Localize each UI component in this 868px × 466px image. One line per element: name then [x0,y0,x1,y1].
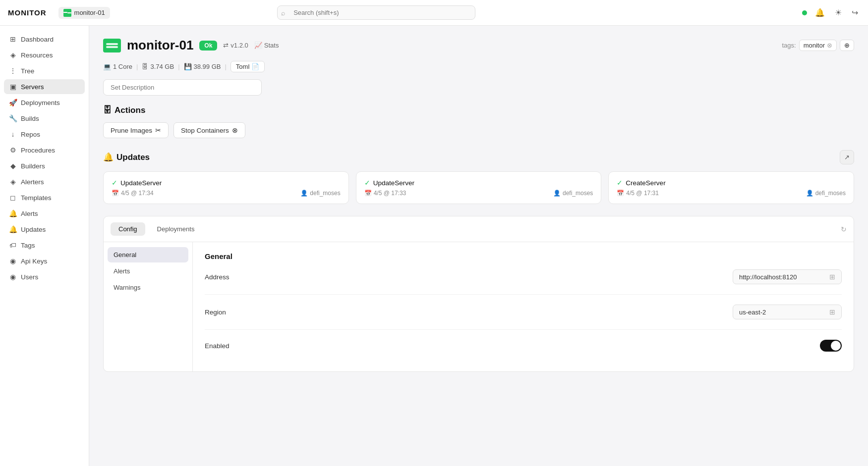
config-sidebar-general[interactable]: General [108,247,188,262]
update-user-0: 👤 defi_moses [300,190,340,197]
builds-icon: 🔧 [9,114,17,122]
topbar: MONITOR monitor-01 🔔 ☀ ↪ [0,0,868,26]
config-sidebar-warnings[interactable]: Warnings [108,280,188,295]
sidebar-item-repos[interactable]: ↓ Repos [4,127,85,142]
sidebar-item-deployments[interactable]: 🚀 Deployments [4,95,85,110]
repos-icon: ↓ [9,130,17,138]
actions-icon: 🗄 [103,105,112,115]
enabled-toggle[interactable] [820,340,842,352]
dashboard-icon: ⊞ [9,35,17,43]
toml-button[interactable]: Toml 📄 [231,61,265,72]
config-field-address: Address http://localhost:8120 ⊞ [205,269,842,295]
check-icon-2: ✓ [617,179,623,187]
sidebar-item-procedures[interactable]: ⚙ Procedures [4,143,85,157]
sidebar-item-tree[interactable]: ⋮ Tree [4,63,85,78]
updates-title: 🔔 Updates [103,152,840,162]
ram-info: 🗄 3.74 GB [142,63,174,70]
address-value: http://localhost:8120 ⊞ [733,269,842,284]
sidebar-item-updates[interactable]: 🔔 Updates [4,222,85,237]
sidebar-item-builds[interactable]: 🔧 Builds [4,111,85,126]
update-date-2: 📅 4/5 @ 17:31 [617,190,659,197]
prune-images-button[interactable]: Prune Images ✂ [103,122,169,138]
user-icon-1: 👤 [553,190,561,197]
enabled-label: Enabled [205,342,274,350]
update-card-0-meta: 📅 4/5 @ 17:34 👤 defi_moses [112,190,341,197]
sidebar-label-resources: Resources [21,52,53,59]
sidebar-label-procedures: Procedures [21,147,55,154]
update-user-val-2: defi_moses [815,190,846,197]
disk-value: 38.99 GB [194,63,221,70]
user-icon-2: 👤 [806,190,813,197]
description-input[interactable] [103,79,262,96]
sidebar-item-alerters[interactable]: ◈ Alerters [4,174,85,189]
toml-label: Toml [236,63,249,70]
api-keys-icon: ◉ [9,257,17,265]
tab-deployments[interactable]: Deployments [149,222,203,236]
tag-remove-icon[interactable]: ⊗ [827,42,832,49]
actions-title: 🗄 Actions [103,105,854,115]
updates-external-link[interactable]: ↗ [840,150,854,164]
sidebar-item-builders[interactable]: ◆ Builders [4,158,85,173]
tab-config[interactable]: Config [111,222,145,236]
update-card-2-title: ✓ CreateServer [617,179,846,187]
theme-toggle-button[interactable]: ☀ [833,6,844,19]
region-input[interactable]: us-east-2 ⊞ [733,305,842,319]
update-action-0: UpdateServer [120,179,162,187]
sidebar-item-api-keys[interactable]: ◉ Api Keys [4,254,85,268]
check-icon-0: ✓ [112,179,117,187]
sep-3: | [225,63,226,70]
stop-containers-button[interactable]: Stop Containers ⊗ [174,122,245,138]
tags-section: tags: monitor ⊗ ⊕ [782,40,854,51]
sidebar-item-alerts[interactable]: 🔔 Alerts [4,206,85,221]
ram-icon: 🗄 [142,63,148,70]
templates-icon: ◻ [9,194,17,202]
prune-images-icon: ✂ [155,126,161,134]
region-edit-icon[interactable]: ⊞ [829,308,835,316]
sidebar-item-resources[interactable]: ◈ Resources [4,48,85,62]
sidebar-item-tags[interactable]: 🏷 Tags [4,238,85,253]
server-header: monitor-01 Ok ⇄ v1.2.0 📈 Stats tags: mon… [103,38,854,53]
add-tag-button[interactable]: ⊕ [840,40,854,51]
server-tag[interactable]: monitor-01 [58,7,110,19]
server-icon-block [103,39,121,52]
cores-value: 1 Core [113,63,132,70]
search-bar[interactable] [277,5,475,20]
update-date-val-0: 4/5 @ 17:34 [121,190,154,197]
update-user-val-1: defi_moses [563,190,593,197]
sidebar-item-templates[interactable]: ◻ Templates [4,190,85,205]
topbar-actions: 🔔 ☀ ↪ [802,6,860,19]
logout-button[interactable]: ↪ [850,6,860,19]
address-edit-icon[interactable]: ⊞ [829,273,835,281]
sidebar-item-users[interactable]: ◉ Users [4,269,85,284]
address-label: Address [205,273,274,281]
notifications-button[interactable]: 🔔 [813,6,827,19]
search-input[interactable] [277,5,475,20]
config-field-region: Region us-east-2 ⊞ [205,305,842,330]
sidebar-label-dashboard: Dashboard [21,36,54,43]
enabled-value [820,340,842,352]
region-value: us-east-2 ⊞ [733,305,842,319]
disk-info: 💾 38.99 GB [184,63,221,70]
config-section: Config Deployments ↻ General Alerts Warn… [103,216,854,372]
stats-link[interactable]: 📈 Stats [254,42,279,49]
sidebar-item-servers[interactable]: ▣ Servers [4,79,85,94]
update-date-1: 📅 4/5 @ 17:33 [364,190,406,197]
updates-label: Updates [116,153,150,162]
disk-icon: 💾 [184,63,192,70]
sidebar-item-dashboard[interactable]: ⊞ Dashboard [4,32,85,47]
updates-icon: 🔔 [103,152,114,162]
address-input[interactable]: http://localhost:8120 ⊞ [733,269,842,284]
config-body: General Alerts Warnings General Address … [104,242,854,371]
update-date-0: 📅 4/5 @ 17:34 [112,190,154,197]
config-sidebar-alerts[interactable]: Alerts [108,263,188,279]
tag-pill[interactable]: monitor ⊗ [799,40,837,51]
update-card-1-title: ✓ UpdateServer [364,179,593,187]
actions-section: 🗄 Actions Prune Images ✂ Stop Containers… [103,105,854,138]
tags-label: tags: [782,42,796,49]
cal-icon-0: 📅 [112,190,119,197]
ram-value: 3.74 GB [150,63,174,70]
user-icon-0: 👤 [300,190,308,197]
stop-containers-icon: ⊗ [232,126,238,134]
sidebar: ⊞ Dashboard ◈ Resources ⋮ Tree ▣ Servers… [0,26,89,466]
config-refresh-button[interactable]: ↻ [841,225,847,233]
